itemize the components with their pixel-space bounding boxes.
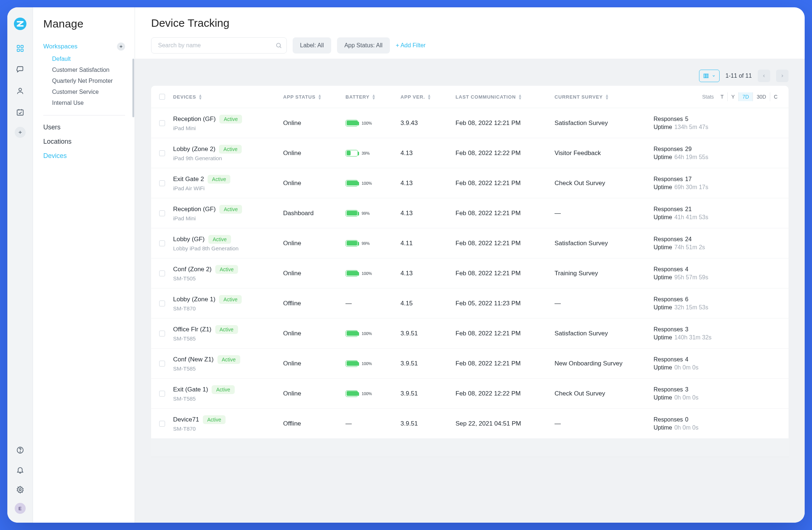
battery-text: 100% <box>362 361 372 366</box>
main-header: Device Tracking Label: All App Status: A… <box>135 7 805 59</box>
search-box[interactable] <box>151 37 287 54</box>
uptime-value: 64h 19m 55s <box>674 154 709 160</box>
workspace-item[interactable]: Internal Use <box>52 100 135 106</box>
side-panel: Manage Workspaces DefaultCustomer Satisf… <box>33 7 135 523</box>
settings-icon[interactable] <box>14 483 27 496</box>
row-checkbox[interactable] <box>159 210 165 216</box>
current-survey: Satisfaction Survey <box>555 330 654 337</box>
battery-icon <box>345 360 358 367</box>
status-pill: Active <box>217 355 240 364</box>
svg-rect-1 <box>17 45 19 48</box>
battery-cell: 100% <box>345 390 400 397</box>
workspace-item[interactable]: Customer Service <box>52 89 135 95</box>
row-checkbox[interactable] <box>159 270 165 276</box>
filter-label[interactable]: Label: All <box>293 37 331 54</box>
side-link-devices[interactable]: Devices <box>43 152 135 160</box>
nav-chat-icon[interactable] <box>14 63 27 76</box>
device-model: SM-T870 <box>173 305 283 312</box>
device-name: Conf (New Z1) <box>173 356 214 363</box>
segment-30D[interactable]: 30D <box>753 92 770 101</box>
add-workspace-button[interactable] <box>117 43 125 51</box>
responses-value: 4 <box>685 266 688 272</box>
segment-7D[interactable]: 7D <box>738 92 753 101</box>
nav-user-icon[interactable] <box>14 84 27 97</box>
add-filter-button[interactable]: + Add Filter <box>396 42 425 49</box>
workspace-item[interactable]: Default <box>52 56 135 62</box>
side-link-users[interactable]: Users <box>43 124 135 131</box>
user-avatar[interactable]: E <box>15 503 26 514</box>
nav-dashboard-icon[interactable] <box>14 42 27 55</box>
app-version: 3.9.51 <box>400 390 456 397</box>
row-checkbox[interactable] <box>159 180 165 186</box>
device-model: iPad Mini <box>173 125 283 131</box>
prev-page-button[interactable] <box>758 70 770 82</box>
row-checkbox[interactable] <box>159 421 165 427</box>
chevron-down-icon <box>712 74 716 78</box>
side-links: UsersLocationsDevices <box>43 124 135 160</box>
table-row[interactable]: Lobby (GF)ActiveLobby iPad 8th Generatio… <box>151 228 789 258</box>
responses-value: 4 <box>685 356 688 362</box>
filter-bar: Label: All App Status: All + Add Filter <box>151 37 789 54</box>
row-checkbox[interactable] <box>159 150 165 156</box>
workspace-item[interactable]: Customer Satisfaction <box>52 67 135 73</box>
table-row[interactable]: Lobby (Zone 2)ActiveiPad 9th GenerationO… <box>151 138 789 168</box>
col-current-survey[interactable]: CURRENT SURVEY▲▼ <box>555 94 654 100</box>
side-link-locations[interactable]: Locations <box>43 138 135 146</box>
table-row[interactable]: Reception (GF)ActiveiPad MiniOnline100%3… <box>151 108 789 138</box>
col-last-comm[interactable]: LAST COMMUNICATION▲▼ <box>456 94 555 100</box>
row-checkbox[interactable] <box>159 301 165 306</box>
table-row[interactable]: Device71ActiveSM-T870Offline—3.9.51Sep 2… <box>151 408 789 438</box>
table-row[interactable]: Office Flr (Z1)ActiveSM-T585Online100%3.… <box>151 318 789 348</box>
row-checkbox[interactable] <box>159 361 165 367</box>
last-communication: Feb 08, 2022 12:21 PM <box>456 210 555 217</box>
segment-C[interactable]: C <box>770 92 781 101</box>
table-row[interactable]: Reception (GF)ActiveiPad MiniDashboard99… <box>151 198 789 228</box>
col-devices[interactable]: DEVICES▲▼ <box>173 94 283 100</box>
segment-Y[interactable]: Y <box>727 92 738 101</box>
last-communication: Feb 08, 2022 12:21 PM <box>456 270 555 277</box>
battery-cell: 100% <box>345 270 400 277</box>
table-row[interactable]: Conf (Zone 2)ActiveSM-T505Online100%4.13… <box>151 258 789 288</box>
app-status: Online <box>283 180 345 187</box>
side-scrollbar[interactable] <box>132 59 135 508</box>
svg-point-8 <box>20 452 20 452</box>
nav-add-button[interactable] <box>15 127 26 138</box>
uptime-value: 0h 0m 0s <box>674 364 699 371</box>
row-checkbox[interactable] <box>159 331 165 336</box>
app-status: Dashboard <box>283 210 345 217</box>
next-page-button[interactable] <box>776 70 789 82</box>
col-app-ver[interactable]: APP VER.▲▼ <box>400 94 456 100</box>
table-row[interactable]: Exit Gate 2ActiveiPad Air WiFiOnline100%… <box>151 168 789 198</box>
app-version: 4.15 <box>400 300 456 307</box>
table-row[interactable]: Exit (Gate 1)ActiveSM-T585Online100%3.9.… <box>151 378 789 408</box>
table-row[interactable]: Conf (New Z1)ActiveSM-T585Online100%3.9.… <box>151 348 789 378</box>
select-all-checkbox[interactable] <box>159 94 165 100</box>
search-input[interactable] <box>151 42 286 49</box>
help-icon[interactable] <box>14 443 27 457</box>
device-name: Lobby (Zone 2) <box>173 146 215 152</box>
filter-app-status[interactable]: App Status: All <box>337 37 390 54</box>
notifications-icon[interactable] <box>14 463 27 476</box>
stats-segment[interactable]: TY7D30DC <box>717 92 781 101</box>
col-app-status[interactable]: APP STATUS▲▼ <box>283 94 345 100</box>
stats-cell: Responses29Uptime64h 19m 55s <box>654 146 781 161</box>
row-checkbox[interactable] <box>159 120 165 126</box>
nav-calendar-icon[interactable] <box>14 106 27 119</box>
battery-text: 100% <box>362 121 372 125</box>
workspaces-label[interactable]: Workspaces <box>43 43 77 50</box>
stats-cell: Responses3Uptime140h 31m 32s <box>654 326 781 341</box>
col-battery[interactable]: BATTERY▲▼ <box>345 94 400 100</box>
table-row[interactable]: Lobby (Zone 1)ActiveSM-T870Offline—4.15F… <box>151 288 789 318</box>
last-communication: Feb 08, 2022 12:21 PM <box>456 360 555 367</box>
responses-value: 3 <box>685 326 688 332</box>
brand-logo[interactable] <box>12 16 28 32</box>
row-checkbox[interactable] <box>159 240 165 246</box>
workspace-item[interactable]: Quarterly Net Promoter <box>52 78 135 84</box>
segment-T[interactable]: T <box>717 92 727 101</box>
current-survey: Check Out Survey <box>555 180 654 187</box>
row-checkbox[interactable] <box>159 391 165 397</box>
status-pill: Active <box>219 295 242 304</box>
device-name: Conf (Zone 2) <box>173 266 212 273</box>
status-pill: Active <box>219 205 242 214</box>
columns-picker-button[interactable] <box>699 70 720 82</box>
